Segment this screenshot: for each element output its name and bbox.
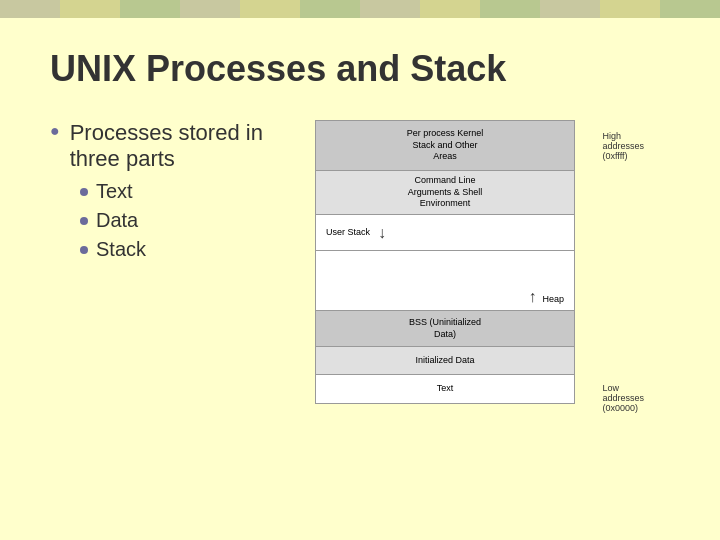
low-label-line1: Low <box>602 383 619 393</box>
sub-bullet-dot-1 <box>80 188 88 196</box>
top-bar-seg-5 <box>240 0 300 18</box>
low-label-line2: addresses <box>602 393 644 403</box>
diagram-row-kernel: Per process KernelStack and OtherAreas H… <box>316 121 574 171</box>
top-bar-seg-12 <box>660 0 720 18</box>
arrow-up-icon: ↑ <box>528 288 536 306</box>
arrow-down-icon: ↓ <box>378 224 386 242</box>
cmdline-label: Command LineArguments & ShellEnvironment <box>408 175 483 210</box>
top-bar-seg-7 <box>360 0 420 18</box>
top-bar-seg-4 <box>180 0 240 18</box>
high-label-line1: High <box>602 131 621 141</box>
text-section: ● Processes stored in three parts Text D… <box>50 120 270 267</box>
top-bar-seg-2 <box>60 0 120 18</box>
high-label-line2: addresses <box>602 141 644 151</box>
sub-bullet-stack: Stack <box>80 238 270 261</box>
sub-bullet-label-2: Data <box>96 209 138 232</box>
sub-bullet-text: Text <box>80 180 270 203</box>
sub-bullet-label-3: Stack <box>96 238 146 261</box>
main-bullet-text: Processes stored in three parts <box>70 120 270 172</box>
slide-title: UNIX Processes and Stack <box>50 48 670 90</box>
diagram-row-bss: BSS (UninitializedData) <box>316 311 574 347</box>
top-bar <box>0 0 720 18</box>
diagram-row-cmdline: Command LineArguments & ShellEnvironment <box>316 171 574 215</box>
main-bullet: ● Processes stored in three parts <box>50 120 270 172</box>
memory-diagram: Per process KernelStack and OtherAreas H… <box>315 120 575 404</box>
slide-content: ● Processes stored in three parts Text D… <box>50 120 670 404</box>
bullet-icon: ● <box>50 122 60 140</box>
top-bar-seg-8 <box>420 0 480 18</box>
top-bar-seg-1 <box>0 0 60 18</box>
diagram-wrapper: Per process KernelStack and OtherAreas H… <box>315 120 575 404</box>
diagram-row-heap: ↑ Heap <box>316 251 574 311</box>
sub-bullet-dot-3 <box>80 246 88 254</box>
sub-bullet-dot-2 <box>80 217 88 225</box>
high-address-label: High addresses (0xffff) <box>602 131 644 161</box>
low-label-line3: (0x0000) <box>602 403 638 413</box>
bss-label: BSS (UninitializedData) <box>409 317 481 340</box>
top-bar-seg-9 <box>480 0 540 18</box>
diagram-section: Per process KernelStack and OtherAreas H… <box>300 120 670 404</box>
top-bar-seg-10 <box>540 0 600 18</box>
kernel-label: Per process KernelStack and OtherAreas <box>407 128 484 163</box>
sub-bullet-data: Data <box>80 209 270 232</box>
diagram-row-userstack: User Stack ↓ <box>316 215 574 251</box>
initdata-label: Initialized Data <box>415 355 474 367</box>
sub-bullet-label-1: Text <box>96 180 133 203</box>
low-address-label: Low addresses (0x0000) <box>602 383 644 413</box>
high-label-line3: (0xffff) <box>602 151 627 161</box>
top-bar-seg-11 <box>600 0 660 18</box>
top-bar-seg-3 <box>120 0 180 18</box>
userstack-label: User Stack <box>326 227 370 239</box>
top-bar-seg-6 <box>300 0 360 18</box>
diagram-row-text: Text Low addresses (0x0000) <box>316 375 574 403</box>
diagram-row-initdata: Initialized Data <box>316 347 574 375</box>
slide: UNIX Processes and Stack ● Processes sto… <box>0 18 720 540</box>
text-label: Text <box>437 383 454 395</box>
heap-label: Heap <box>542 294 564 306</box>
sub-bullets: Text Data Stack <box>80 180 270 261</box>
